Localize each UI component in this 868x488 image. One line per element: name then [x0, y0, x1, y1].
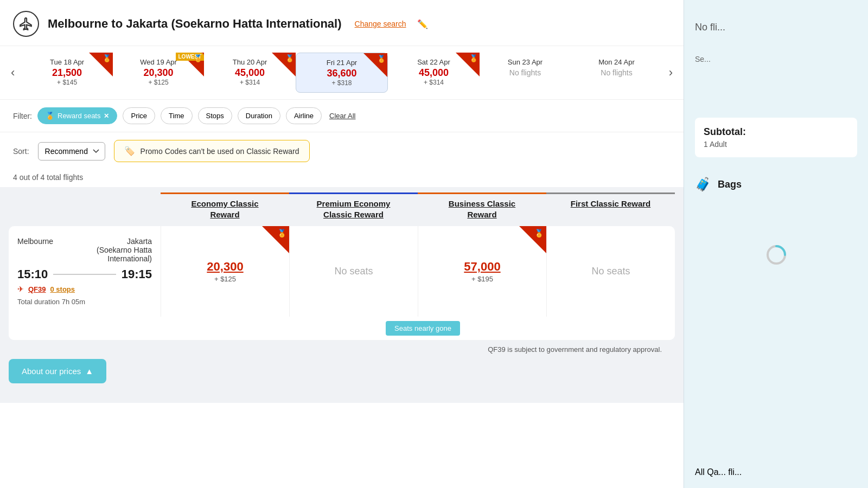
date-item-wed19[interactable]: 🏅 LOWEST Wed 19 Apr 20,300 + $125 — [113, 53, 204, 93]
date-label: Mon 24 Apr — [574, 58, 659, 66]
results-count: 4 out of 4 total flights — [0, 170, 684, 187]
first-price-cell: No seats — [546, 226, 675, 317]
reward-badge-icon: 🏅 — [534, 229, 544, 237]
subtotal-section: Subtotal: 1 Adult — [695, 118, 857, 157]
date-extra: + $314 — [391, 79, 476, 86]
date-item-mon24[interactable]: Mon 24 Apr No flights — [571, 53, 662, 93]
date-item-fri21[interactable]: 🏅 Fri 21 Apr 36,600 + $318 — [296, 53, 388, 93]
bags-section: 🧳 Bags — [695, 168, 857, 201]
reward-badge-icon: 🏅 — [277, 229, 286, 237]
economy-reward-flag: 🏅 — [262, 226, 289, 253]
date-label: Sun 23 Apr — [483, 58, 567, 66]
flight-card-inner: Melbourne Jakarta(Soekarno HattaInternat… — [9, 226, 675, 317]
time-line — [53, 274, 116, 275]
cabin-header-business: Business ClassicReward — [418, 192, 546, 220]
economy-extra: + $125 — [214, 275, 236, 283]
chip-label: Duration — [246, 112, 272, 120]
seats-badge-row: Seats nearly gone — [9, 317, 675, 340]
promo-notice: 🏷️ Promo Codes can't be used on Classic … — [114, 140, 310, 162]
change-search-link[interactable]: Change search — [355, 20, 406, 28]
tag-icon: 🏷️ — [124, 146, 135, 156]
footer-note: QF39 is subject to government and regula… — [488, 345, 662, 354]
page-title: Melbourne to Jakarta (Soekarno Hatta Int… — [48, 17, 342, 31]
flight-section: Economy ClassicReward Premium EconomyCla… — [0, 187, 684, 403]
filter-chip-price[interactable]: Price — [123, 107, 155, 124]
flight-footer: QF39 is subject to government and regula… — [9, 340, 675, 359]
right-no-flights: No fli... — [695, 11, 857, 44]
filter-chip-stops[interactable]: Stops — [198, 107, 232, 124]
depart-time: 15:10 — [17, 267, 48, 281]
reward-icon: 🏅 — [46, 112, 54, 120]
first-no-seats: No seats — [591, 266, 630, 277]
filter-chip-time[interactable]: Time — [161, 107, 192, 124]
economy-price-cell[interactable]: 🏅 20,300 + $125 — [161, 226, 289, 317]
economy-price[interactable]: 20,300 — [207, 260, 243, 274]
no-flights-label: No flights — [574, 68, 659, 77]
date-extra: + $314 — [207, 79, 292, 86]
bags-icon: 🧳 — [695, 177, 711, 192]
date-extra: + $318 — [299, 79, 384, 87]
date-item-thu20[interactable]: 🏅 Thu 20 Apr 45,000 + $314 — [204, 53, 295, 93]
chip-label: Price — [131, 112, 147, 120]
date-carousel: ‹ 🏅 Tue 18 Apr 21,500 + $145 🏅 LOWEST We… — [0, 46, 684, 100]
arrive-time: 19:15 — [122, 267, 152, 281]
seats-nearly-gone-badge: Seats nearly gone — [386, 321, 460, 336]
filter-chip-reward-seats[interactable]: 🏅 Reward seats ✕ — [37, 107, 117, 124]
airline-logo-icon: ✈ — [17, 285, 24, 293]
origin-city: Melbourne — [17, 237, 53, 246]
chip-label: Airline — [294, 112, 314, 120]
page-header: Melbourne to Jakarta (Soekarno Hatta Int… — [0, 0, 684, 46]
subtotal-title: Subtotal: — [704, 126, 848, 138]
business-price-cell[interactable]: 🏅 57,000 + $195 — [418, 226, 546, 317]
column-headers: Economy ClassicReward Premium EconomyCla… — [9, 187, 675, 220]
flight-times: 15:10 19:15 — [17, 267, 152, 281]
carousel-prev-button[interactable]: ‹ — [4, 66, 21, 80]
premium-no-seats: No seats — [334, 266, 373, 277]
filter-chip-airline[interactable]: Airline — [286, 107, 322, 124]
cabin-header-first: First Classic Reward — [546, 192, 675, 220]
sort-select[interactable]: Recommend Price Duration Departure Arriv… — [38, 142, 105, 160]
date-extra: + $125 — [116, 79, 201, 86]
first-header-label: First Classic Reward — [551, 198, 671, 209]
date-item-sun23[interactable]: Sun 23 Apr No flights — [480, 53, 571, 93]
sort-label: Sort: — [13, 147, 29, 156]
chevron-up-icon: ▲ — [85, 367, 93, 376]
chip-label: Time — [169, 112, 184, 120]
chip-label: Reward seats — [58, 112, 100, 120]
date-extra: + $145 — [24, 79, 109, 86]
chip-label: Stops — [206, 112, 224, 120]
promo-message: Promo Codes can't be used on Classic Rew… — [141, 147, 299, 156]
flight-card: Melbourne Jakarta(Soekarno HattaInternat… — [9, 226, 675, 340]
duration-label: Total duration 7h 05m — [17, 298, 152, 306]
right-panel: No fli... Se... Subtotal: 1 Adult 🧳 Bags… — [684, 0, 868, 488]
flight-number-link[interactable]: QF39 — [28, 285, 46, 293]
sort-row: Sort: Recommend Price Duration Departure… — [0, 132, 684, 170]
economy-header-label: Economy ClassicReward — [165, 198, 285, 220]
date-item-sat22[interactable]: 🏅 Sat 22 Apr 45,000 + $314 — [388, 53, 479, 93]
business-price[interactable]: 57,000 — [464, 260, 500, 274]
flight-meta: ✈ QF39 0 stops — [17, 285, 152, 293]
flight-info-col-header — [9, 192, 161, 220]
date-item-tue18[interactable]: 🏅 Tue 18 Apr 21,500 + $145 — [21, 53, 112, 93]
premium-header-label: Premium EconomyClassic Reward — [293, 198, 413, 220]
all-qa-text: All Qa... fli... — [695, 467, 857, 477]
about-prices-button[interactable]: About our prices ▲ — [9, 359, 106, 383]
cabin-header-economy: Economy ClassicReward — [161, 192, 289, 220]
time-line-bar — [53, 274, 116, 275]
bags-label: Bags — [718, 179, 742, 190]
cabin-header-premium: Premium EconomyClassic Reward — [289, 192, 418, 220]
close-icon[interactable]: ✕ — [104, 112, 109, 120]
business-reward-flag: 🏅 — [519, 226, 546, 253]
filter-chip-duration[interactable]: Duration — [238, 107, 280, 124]
filter-bar: Filter: 🏅 Reward seats ✕ Price Time Stop… — [0, 100, 684, 132]
carousel-next-button[interactable]: › — [662, 66, 679, 80]
edit-icon[interactable]: ✏️ — [417, 19, 428, 29]
business-extra: + $195 — [471, 275, 493, 283]
premium-price-cell: No seats — [289, 226, 418, 317]
clear-all-link[interactable]: Clear All — [329, 112, 355, 120]
circular-loader-icon — [765, 244, 787, 266]
flight-logo — [13, 11, 39, 37]
about-prices-label: About our prices — [22, 367, 81, 376]
stops-link[interactable]: 0 stops — [50, 285, 75, 293]
dest-city: Jakarta(Soekarno HattaInternational) — [97, 237, 152, 263]
